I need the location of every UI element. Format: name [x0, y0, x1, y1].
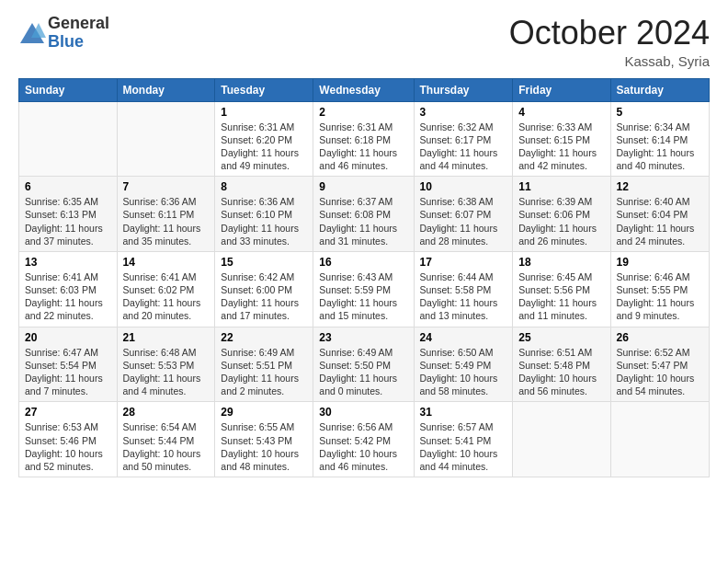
day-cell: 17Sunrise: 6:44 AM Sunset: 5:58 PM Dayli…: [414, 251, 513, 327]
week-row-1: 1Sunrise: 6:31 AM Sunset: 6:20 PM Daylig…: [19, 101, 710, 177]
day-number: 28: [123, 406, 210, 419]
day-number: 31: [420, 406, 507, 419]
day-cell: 5Sunrise: 6:34 AM Sunset: 6:14 PM Daylig…: [610, 101, 709, 177]
day-info: Sunrise: 6:39 AM Sunset: 6:06 PM Dayligh…: [518, 195, 604, 247]
day-number: 4: [518, 106, 604, 119]
day-cell: 26Sunrise: 6:52 AM Sunset: 5:47 PM Dayli…: [610, 327, 709, 402]
day-cell: 14Sunrise: 6:41 AM Sunset: 6:02 PM Dayli…: [117, 251, 215, 327]
day-info: Sunrise: 6:31 AM Sunset: 6:20 PM Dayligh…: [221, 121, 307, 173]
day-cell: 19Sunrise: 6:46 AM Sunset: 5:55 PM Dayli…: [610, 251, 709, 327]
day-cell: [610, 402, 709, 477]
day-cell: [513, 402, 610, 477]
day-number: 20: [25, 331, 111, 344]
day-info: Sunrise: 6:33 AM Sunset: 6:15 PM Dayligh…: [518, 121, 604, 173]
day-info: Sunrise: 6:52 AM Sunset: 5:47 PM Dayligh…: [617, 346, 703, 398]
day-number: 13: [25, 256, 111, 269]
day-number: 6: [25, 180, 111, 193]
week-row-3: 13Sunrise: 6:41 AM Sunset: 6:03 PM Dayli…: [19, 251, 710, 327]
day-number: 22: [221, 331, 307, 344]
header-thursday: Thursday: [414, 78, 513, 101]
day-cell: 18Sunrise: 6:45 AM Sunset: 5:56 PM Dayli…: [513, 251, 610, 327]
day-info: Sunrise: 6:47 AM Sunset: 5:54 PM Dayligh…: [25, 346, 111, 398]
day-info: Sunrise: 6:32 AM Sunset: 6:17 PM Dayligh…: [420, 121, 507, 173]
day-number: 12: [617, 180, 703, 193]
header-wednesday: Wednesday: [313, 78, 414, 101]
day-cell: 29Sunrise: 6:55 AM Sunset: 5:43 PM Dayli…: [215, 402, 313, 477]
day-cell: 27Sunrise: 6:53 AM Sunset: 5:46 PM Dayli…: [19, 402, 118, 477]
logo-icon: [18, 19, 46, 47]
day-info: Sunrise: 6:41 AM Sunset: 6:02 PM Dayligh…: [123, 270, 210, 323]
header-monday: Monday: [117, 78, 215, 101]
day-number: 17: [420, 256, 507, 269]
day-cell: [117, 101, 215, 177]
day-cell: 31Sunrise: 6:57 AM Sunset: 5:41 PM Dayli…: [414, 402, 513, 477]
day-cell: 11Sunrise: 6:39 AM Sunset: 6:06 PM Dayli…: [513, 177, 610, 252]
day-info: Sunrise: 6:49 AM Sunset: 5:51 PM Dayligh…: [221, 346, 307, 398]
day-number: 9: [319, 180, 407, 193]
day-info: Sunrise: 6:41 AM Sunset: 6:03 PM Dayligh…: [25, 270, 111, 323]
day-number: 5: [617, 106, 703, 119]
week-row-4: 20Sunrise: 6:47 AM Sunset: 5:54 PM Dayli…: [19, 327, 710, 402]
day-cell: 16Sunrise: 6:43 AM Sunset: 5:59 PM Dayli…: [313, 251, 414, 327]
day-info: Sunrise: 6:45 AM Sunset: 5:56 PM Dayligh…: [518, 270, 604, 323]
day-cell: 12Sunrise: 6:40 AM Sunset: 6:04 PM Dayli…: [610, 177, 709, 252]
day-info: Sunrise: 6:55 AM Sunset: 5:43 PM Dayligh…: [221, 420, 307, 473]
day-cell: 3Sunrise: 6:32 AM Sunset: 6:17 PM Daylig…: [414, 101, 513, 177]
day-number: 27: [25, 406, 111, 419]
logo-blue-text: Blue: [48, 33, 109, 52]
day-number: 11: [518, 180, 604, 193]
day-number: 25: [518, 331, 604, 344]
day-info: Sunrise: 6:40 AM Sunset: 6:04 PM Dayligh…: [617, 195, 703, 247]
header-tuesday: Tuesday: [215, 78, 313, 101]
day-info: Sunrise: 6:36 AM Sunset: 6:11 PM Dayligh…: [123, 195, 210, 247]
day-info: Sunrise: 6:36 AM Sunset: 6:10 PM Dayligh…: [221, 195, 307, 247]
day-number: 26: [617, 331, 703, 344]
day-cell: 9Sunrise: 6:37 AM Sunset: 6:08 PM Daylig…: [313, 177, 414, 252]
day-cell: 4Sunrise: 6:33 AM Sunset: 6:15 PM Daylig…: [513, 101, 610, 177]
calendar-table: Sunday Monday Tuesday Wednesday Thursday…: [18, 78, 710, 477]
day-number: 19: [617, 256, 703, 269]
week-row-5: 27Sunrise: 6:53 AM Sunset: 5:46 PM Dayli…: [19, 402, 710, 477]
day-cell: 1Sunrise: 6:31 AM Sunset: 6:20 PM Daylig…: [215, 101, 313, 177]
day-number: 7: [123, 180, 210, 193]
logo: General Blue: [18, 15, 109, 52]
day-info: Sunrise: 6:31 AM Sunset: 6:18 PM Dayligh…: [319, 121, 407, 173]
day-info: Sunrise: 6:50 AM Sunset: 5:49 PM Dayligh…: [420, 346, 507, 398]
day-info: Sunrise: 6:46 AM Sunset: 5:55 PM Dayligh…: [617, 270, 703, 323]
header-sunday: Sunday: [19, 78, 118, 101]
day-info: Sunrise: 6:38 AM Sunset: 6:07 PM Dayligh…: [420, 195, 507, 247]
day-number: 24: [420, 331, 507, 344]
day-cell: 15Sunrise: 6:42 AM Sunset: 6:00 PM Dayli…: [215, 251, 313, 327]
day-info: Sunrise: 6:49 AM Sunset: 5:50 PM Dayligh…: [319, 346, 407, 398]
header-saturday: Saturday: [610, 78, 709, 101]
day-cell: 25Sunrise: 6:51 AM Sunset: 5:48 PM Dayli…: [513, 327, 610, 402]
title-block: October 2024 Kassab, Syria: [509, 15, 710, 69]
day-cell: 13Sunrise: 6:41 AM Sunset: 6:03 PM Dayli…: [19, 251, 118, 327]
day-cell: 6Sunrise: 6:35 AM Sunset: 6:13 PM Daylig…: [19, 177, 118, 252]
day-cell: 23Sunrise: 6:49 AM Sunset: 5:50 PM Dayli…: [313, 327, 414, 402]
day-cell: [19, 101, 118, 177]
day-number: 10: [420, 180, 507, 193]
day-number: 8: [221, 180, 307, 193]
day-info: Sunrise: 6:37 AM Sunset: 6:08 PM Dayligh…: [319, 195, 407, 247]
calendar-page: General Blue October 2024 Kassab, Syria …: [0, 0, 728, 563]
day-info: Sunrise: 6:56 AM Sunset: 5:42 PM Dayligh…: [319, 420, 407, 473]
week-row-2: 6Sunrise: 6:35 AM Sunset: 6:13 PM Daylig…: [19, 177, 710, 252]
day-info: Sunrise: 6:42 AM Sunset: 6:00 PM Dayligh…: [221, 270, 307, 323]
location: Kassab, Syria: [509, 53, 710, 69]
day-info: Sunrise: 6:54 AM Sunset: 5:44 PM Dayligh…: [123, 420, 210, 473]
day-number: 29: [221, 406, 307, 419]
day-number: 23: [319, 331, 407, 344]
day-info: Sunrise: 6:35 AM Sunset: 6:13 PM Dayligh…: [25, 195, 111, 247]
weekday-header-row: Sunday Monday Tuesday Wednesday Thursday…: [19, 78, 710, 101]
day-info: Sunrise: 6:51 AM Sunset: 5:48 PM Dayligh…: [518, 346, 604, 398]
day-number: 15: [221, 256, 307, 269]
logo-general-text: General: [48, 15, 109, 33]
day-cell: 21Sunrise: 6:48 AM Sunset: 5:53 PM Dayli…: [117, 327, 215, 402]
header: General Blue October 2024 Kassab, Syria: [18, 15, 710, 69]
day-number: 18: [518, 256, 604, 269]
day-cell: 28Sunrise: 6:54 AM Sunset: 5:44 PM Dayli…: [117, 402, 215, 477]
logo-text: General Blue: [48, 15, 109, 52]
day-number: 2: [319, 106, 407, 119]
day-number: 1: [221, 106, 307, 119]
